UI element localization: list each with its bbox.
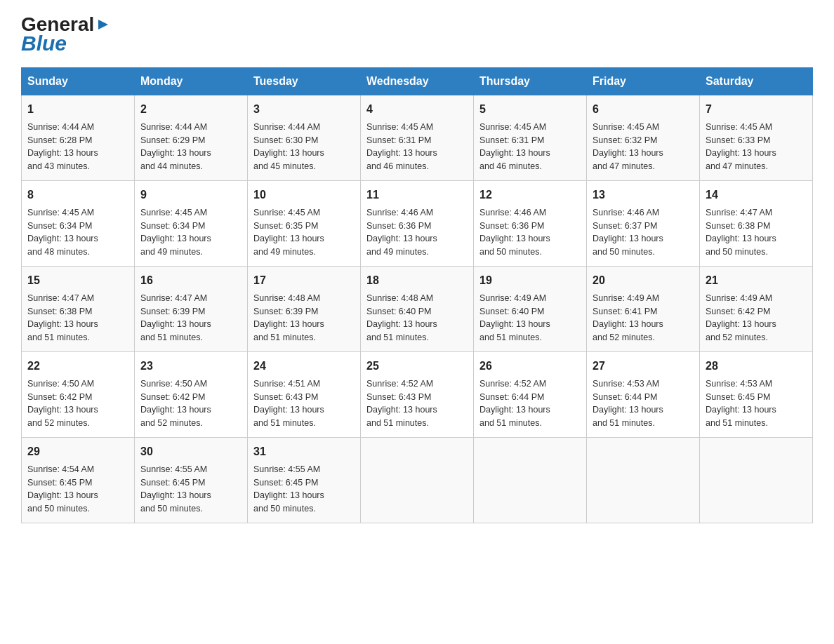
day-number: 17 (253, 272, 355, 289)
calendar-cell: 10Sunrise: 4:45 AMSunset: 6:35 PMDayligh… (248, 180, 361, 266)
header-sunday: Sunday (22, 67, 135, 95)
calendar-cell: 18Sunrise: 4:48 AMSunset: 6:40 PMDayligh… (361, 266, 474, 351)
day-number: 4 (366, 101, 468, 118)
day-info: Sunrise: 4:50 AMSunset: 6:42 PMDaylight:… (27, 379, 98, 428)
calendar-header-row: SundayMondayTuesdayWednesdayThursdayFrid… (22, 67, 813, 95)
day-info: Sunrise: 4:45 AMSunset: 6:35 PMDaylight:… (253, 208, 324, 257)
day-number: 13 (593, 187, 694, 203)
calendar-cell: 27Sunrise: 4:53 AMSunset: 6:44 PMDayligh… (587, 351, 700, 437)
calendar-cell: 5Sunrise: 4:45 AMSunset: 6:31 PMDaylight… (474, 95, 587, 180)
calendar-cell: 23Sunrise: 4:50 AMSunset: 6:42 PMDayligh… (135, 351, 248, 437)
calendar-week-row: 8Sunrise: 4:45 AMSunset: 6:34 PMDaylight… (22, 180, 813, 266)
day-info: Sunrise: 4:45 AMSunset: 6:34 PMDaylight:… (27, 208, 98, 257)
header-friday: Friday (587, 67, 700, 95)
day-info: Sunrise: 4:49 AMSunset: 6:41 PMDaylight:… (593, 293, 663, 342)
calendar-week-row: 15Sunrise: 4:47 AMSunset: 6:38 PMDayligh… (22, 266, 813, 351)
day-info: Sunrise: 4:53 AMSunset: 6:45 PMDaylight:… (706, 379, 776, 428)
logo-arrow-icon (95, 17, 111, 32)
day-number: 25 (366, 358, 468, 375)
calendar-cell: 9Sunrise: 4:45 AMSunset: 6:34 PMDaylight… (135, 180, 248, 266)
calendar-cell: 6Sunrise: 4:45 AMSunset: 6:32 PMDaylight… (587, 95, 700, 180)
day-number: 10 (253, 187, 355, 203)
day-info: Sunrise: 4:49 AMSunset: 6:40 PMDaylight:… (479, 293, 550, 342)
header-thursday: Thursday (474, 67, 587, 95)
header-wednesday: Wednesday (361, 67, 474, 95)
day-number: 23 (140, 358, 241, 375)
day-number: 2 (140, 101, 241, 118)
svg-marker-0 (98, 20, 108, 29)
day-number: 26 (479, 358, 581, 375)
day-number: 15 (27, 272, 128, 289)
calendar-cell: 13Sunrise: 4:46 AMSunset: 6:37 PMDayligh… (587, 180, 700, 266)
day-info: Sunrise: 4:46 AMSunset: 6:37 PMDaylight:… (593, 208, 663, 257)
day-number: 5 (479, 101, 581, 118)
calendar-cell: 24Sunrise: 4:51 AMSunset: 6:43 PMDayligh… (248, 351, 361, 437)
day-number: 20 (593, 272, 694, 289)
day-number: 21 (706, 272, 807, 289)
calendar-cell: 4Sunrise: 4:45 AMSunset: 6:31 PMDaylight… (361, 95, 474, 180)
header-saturday: Saturday (700, 67, 813, 95)
day-info: Sunrise: 4:47 AMSunset: 6:38 PMDaylight:… (706, 208, 776, 257)
calendar-cell: 26Sunrise: 4:52 AMSunset: 6:44 PMDayligh… (474, 351, 587, 437)
day-info: Sunrise: 4:55 AMSunset: 6:45 PMDaylight:… (253, 464, 324, 514)
day-number: 22 (27, 358, 128, 375)
day-info: Sunrise: 4:52 AMSunset: 6:43 PMDaylight:… (366, 379, 437, 428)
day-info: Sunrise: 4:45 AMSunset: 6:34 PMDaylight:… (140, 208, 211, 257)
calendar-cell: 30Sunrise: 4:55 AMSunset: 6:45 PMDayligh… (135, 437, 248, 523)
calendar-cell: 1Sunrise: 4:44 AMSunset: 6:28 PMDaylight… (22, 95, 135, 180)
day-info: Sunrise: 4:50 AMSunset: 6:42 PMDaylight:… (140, 379, 211, 428)
calendar-cell: 22Sunrise: 4:50 AMSunset: 6:42 PMDayligh… (22, 351, 135, 437)
calendar-cell: 14Sunrise: 4:47 AMSunset: 6:38 PMDayligh… (700, 180, 813, 266)
day-info: Sunrise: 4:45 AMSunset: 6:33 PMDaylight:… (706, 122, 776, 171)
day-info: Sunrise: 4:45 AMSunset: 6:31 PMDaylight:… (479, 122, 550, 171)
calendar-cell: 7Sunrise: 4:45 AMSunset: 6:33 PMDaylight… (700, 95, 813, 180)
calendar-cell: 28Sunrise: 4:53 AMSunset: 6:45 PMDayligh… (700, 351, 813, 437)
calendar-cell: 20Sunrise: 4:49 AMSunset: 6:41 PMDayligh… (587, 266, 700, 351)
calendar-cell: 3Sunrise: 4:44 AMSunset: 6:30 PMDaylight… (248, 95, 361, 180)
calendar-cell: 12Sunrise: 4:46 AMSunset: 6:36 PMDayligh… (474, 180, 587, 266)
header-tuesday: Tuesday (248, 67, 361, 95)
day-number: 28 (706, 358, 807, 375)
day-number: 12 (479, 187, 581, 203)
calendar-week-row: 1Sunrise: 4:44 AMSunset: 6:28 PMDaylight… (22, 95, 813, 180)
day-info: Sunrise: 4:55 AMSunset: 6:45 PMDaylight:… (140, 464, 211, 514)
calendar-cell: 2Sunrise: 4:44 AMSunset: 6:29 PMDaylight… (135, 95, 248, 180)
calendar-table: SundayMondayTuesdayWednesdayThursdayFrid… (21, 67, 813, 523)
day-info: Sunrise: 4:51 AMSunset: 6:43 PMDaylight:… (253, 379, 324, 428)
calendar-cell: 16Sunrise: 4:47 AMSunset: 6:39 PMDayligh… (135, 266, 248, 351)
calendar-cell (700, 437, 813, 523)
day-info: Sunrise: 4:45 AMSunset: 6:32 PMDaylight:… (593, 122, 663, 171)
day-number: 24 (253, 358, 355, 375)
day-info: Sunrise: 4:53 AMSunset: 6:44 PMDaylight:… (593, 379, 663, 428)
calendar-cell: 29Sunrise: 4:54 AMSunset: 6:45 PMDayligh… (22, 437, 135, 523)
calendar-week-row: 22Sunrise: 4:50 AMSunset: 6:42 PMDayligh… (22, 351, 813, 437)
day-number: 1 (27, 101, 128, 118)
calendar-cell (361, 437, 474, 523)
day-number: 27 (593, 358, 694, 375)
day-info: Sunrise: 4:46 AMSunset: 6:36 PMDaylight:… (366, 208, 437, 257)
day-info: Sunrise: 4:45 AMSunset: 6:31 PMDaylight:… (366, 122, 437, 171)
day-number: 6 (593, 101, 694, 118)
day-number: 19 (479, 272, 581, 289)
day-info: Sunrise: 4:48 AMSunset: 6:40 PMDaylight:… (366, 293, 437, 342)
day-info: Sunrise: 4:46 AMSunset: 6:36 PMDaylight:… (479, 208, 550, 257)
calendar-cell: 25Sunrise: 4:52 AMSunset: 6:43 PMDayligh… (361, 351, 474, 437)
day-info: Sunrise: 4:52 AMSunset: 6:44 PMDaylight:… (479, 379, 550, 428)
calendar-cell: 8Sunrise: 4:45 AMSunset: 6:34 PMDaylight… (22, 180, 135, 266)
day-number: 31 (253, 443, 355, 460)
day-number: 29 (27, 443, 128, 460)
calendar-cell: 17Sunrise: 4:48 AMSunset: 6:39 PMDayligh… (248, 266, 361, 351)
logo: General Blue (21, 14, 111, 55)
day-number: 7 (706, 101, 807, 118)
logo-blue: Blue (21, 32, 67, 55)
calendar-week-row: 29Sunrise: 4:54 AMSunset: 6:45 PMDayligh… (22, 437, 813, 523)
calendar-cell: 21Sunrise: 4:49 AMSunset: 6:42 PMDayligh… (700, 266, 813, 351)
day-number: 8 (27, 187, 128, 203)
day-info: Sunrise: 4:49 AMSunset: 6:42 PMDaylight:… (706, 293, 776, 342)
day-number: 9 (140, 187, 241, 203)
calendar-cell: 31Sunrise: 4:55 AMSunset: 6:45 PMDayligh… (248, 437, 361, 523)
calendar-cell: 15Sunrise: 4:47 AMSunset: 6:38 PMDayligh… (22, 266, 135, 351)
day-number: 16 (140, 272, 241, 289)
page-header: General Blue (21, 14, 813, 55)
day-number: 14 (706, 187, 807, 203)
